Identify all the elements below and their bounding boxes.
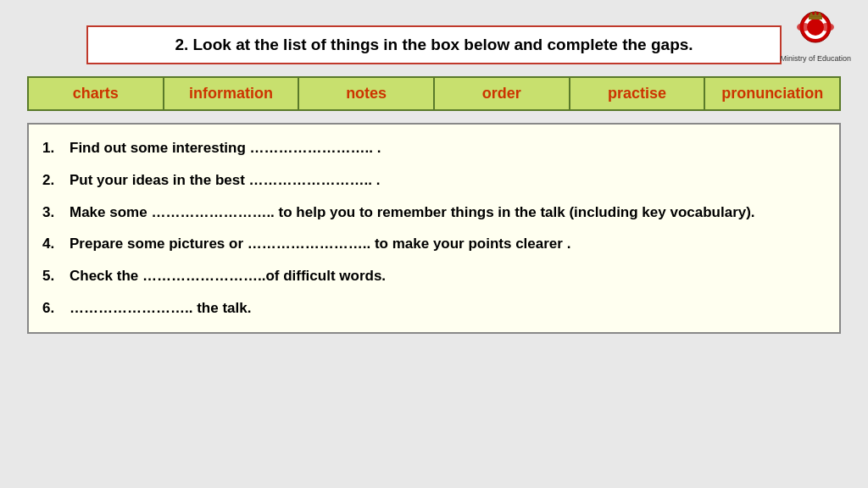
logo-area: Ministry of Education xyxy=(780,8,851,64)
instruction-box: 2. Look at the list of things in the box… xyxy=(86,25,782,64)
word-cell-pronunciation: pronunciation xyxy=(704,77,840,110)
word-row: charts information notes order practise … xyxy=(28,77,840,110)
item-number: 2. xyxy=(42,170,61,191)
content-box: 1. Find out some interesting …………………….. … xyxy=(27,123,841,334)
svg-rect-4 xyxy=(809,17,822,19)
item-number: 5. xyxy=(42,266,61,286)
word-cell-notes: notes xyxy=(298,77,434,110)
word-cell-order: order xyxy=(434,77,570,110)
item-number: 4. xyxy=(42,234,61,254)
instruction-text: 2. Look at the list of things in the box… xyxy=(105,36,763,54)
svg-point-5 xyxy=(797,23,810,31)
list-item: 4. Prepare some pictures or …………………….. t… xyxy=(42,234,819,254)
word-cell-charts: charts xyxy=(28,77,164,110)
item-text: Check the ……………………..of difficult words. xyxy=(70,266,386,286)
word-table: charts information notes order practise … xyxy=(27,76,841,111)
word-cell-information: information xyxy=(164,77,299,110)
logo-text: Ministry of Education xyxy=(780,54,851,64)
list-item: 5. Check the ……………………..of difficult word… xyxy=(42,266,819,286)
list-item: 3. Make some …………………….. to help you to r… xyxy=(42,202,819,223)
list-item: 6. …………………….. the talk. xyxy=(42,298,819,319)
item-text: Find out some interesting …………………….. . xyxy=(70,138,381,158)
bahrain-emblem-icon xyxy=(793,8,837,53)
svg-point-6 xyxy=(821,23,834,31)
slide: Ministry of Education 2. Look at the lis… xyxy=(0,0,868,488)
item-text: Prepare some pictures or …………………….. to m… xyxy=(70,234,570,254)
exercise-list: 1. Find out some interesting …………………….. … xyxy=(42,138,819,319)
word-cell-practise: practise xyxy=(570,77,705,110)
list-item: 1. Find out some interesting …………………….. … xyxy=(42,138,819,158)
list-item: 2. Put your ideas in the best ……………………..… xyxy=(42,170,819,191)
svg-marker-3 xyxy=(809,11,822,17)
item-text: Make some …………………….. to help you to reme… xyxy=(70,202,755,223)
item-text: …………………….. the talk. xyxy=(70,298,251,319)
item-number: 1. xyxy=(42,138,61,158)
item-number: 3. xyxy=(42,202,61,223)
item-text: Put your ideas in the best …………………….. . xyxy=(70,170,381,191)
item-number: 6. xyxy=(42,298,61,319)
